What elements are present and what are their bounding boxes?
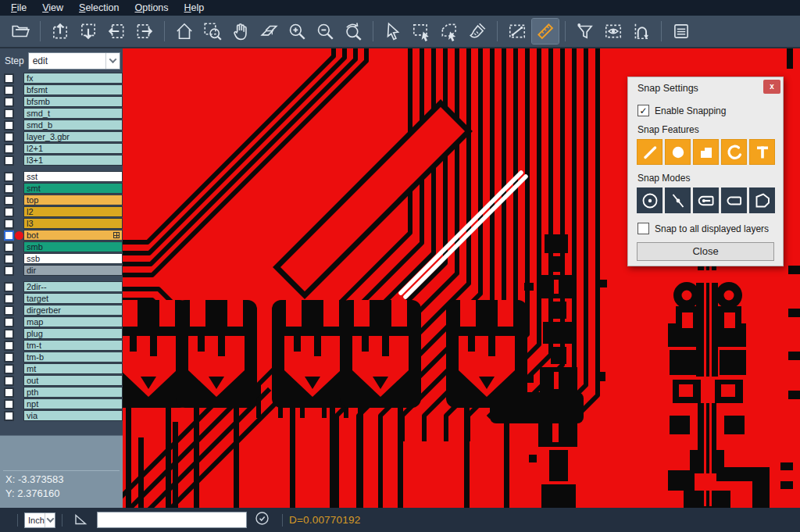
layer-row-bot[interactable]: bot — [0, 230, 123, 241]
layer-name[interactable]: map — [23, 316, 123, 327]
layer-name[interactable]: l3 — [23, 218, 123, 229]
layer-row-fx[interactable]: fx — [0, 73, 123, 84]
layer-row-dir[interactable]: dir — [0, 265, 123, 277]
page-right-icon[interactable] — [131, 19, 158, 44]
layer-checkbox[interactable] — [4, 155, 14, 166]
layer-name[interactable]: via — [23, 410, 123, 421]
layer-name[interactable]: tm-b — [23, 352, 123, 362]
layer-row-mt[interactable]: mt — [0, 363, 123, 375]
layer-row-out[interactable]: out — [0, 375, 123, 387]
layer-checkbox[interactable] — [4, 230, 14, 241]
layer-name[interactable]: plug — [23, 328, 123, 339]
layer-name[interactable]: bot — [23, 230, 123, 241]
layer-checkbox[interactable] — [4, 305, 14, 316]
layer-name[interactable]: l3+1 — [23, 155, 123, 166]
layer-name[interactable]: smb — [23, 241, 123, 252]
menu-item-file[interactable]: File — [3, 0, 34, 16]
layer-name[interactable]: ssb — [23, 253, 123, 264]
layer-row-plug[interactable]: plug — [0, 328, 123, 340]
layer-row-smd_b[interactable]: smd_b — [0, 120, 123, 131]
layer-checkbox[interactable] — [4, 144, 14, 154]
layer-row-dirgerber[interactable]: dirgerber — [0, 305, 123, 316]
layer-name[interactable]: layer_3.gbr — [23, 131, 123, 142]
layer-checkbox[interactable] — [4, 266, 14, 276]
mode-pad-outline-button[interactable] — [721, 187, 747, 213]
layer-checkbox[interactable] — [4, 195, 14, 205]
refresh-check-icon[interactable] — [255, 511, 270, 529]
layer-row-bfsmt[interactable]: bfsmt — [0, 84, 123, 96]
layer-name[interactable]: npt — [23, 398, 123, 409]
dialog-title-bar[interactable]: Snap Settings x — [628, 77, 783, 96]
layer-row-ssb[interactable]: ssb — [0, 253, 123, 265]
zoom-previous-icon[interactable] — [340, 19, 366, 44]
select-poly-icon[interactable] — [436, 19, 462, 44]
layer-checkbox[interactable] — [4, 387, 14, 398]
select-cursor-icon[interactable] — [380, 19, 406, 44]
measure-line-icon[interactable] — [504, 19, 530, 44]
select-rect-icon[interactable] — [408, 19, 434, 44]
dialog-close-icon[interactable]: x — [763, 80, 780, 94]
all-layers-checkbox[interactable] — [638, 223, 649, 234]
layer-row-map[interactable]: map — [0, 316, 123, 328]
snap-surface-button[interactable] — [693, 139, 719, 165]
layer-name[interactable]: l2 — [23, 206, 123, 217]
home-icon[interactable] — [171, 19, 198, 44]
zoom-in-icon[interactable] — [284, 19, 310, 44]
layer-checkbox[interactable] — [4, 341, 14, 351]
layer-row-npt[interactable]: npt — [0, 398, 123, 410]
unit-select[interactable]: Inch — [24, 512, 55, 528]
layer-row-tm-t[interactable]: tm-t — [0, 340, 123, 352]
mode-midpoint-button[interactable] — [665, 187, 691, 213]
layer-checkbox[interactable] — [4, 294, 14, 304]
layer-checkbox[interactable] — [4, 85, 14, 95]
layer-checkbox[interactable] — [4, 219, 14, 229]
layer-checkbox[interactable] — [4, 109, 14, 119]
layer-checkbox[interactable] — [4, 172, 14, 182]
clean-brush-icon[interactable] — [464, 19, 491, 44]
zoom-out-icon[interactable] — [312, 19, 338, 44]
close-button[interactable]: Close — [637, 242, 774, 261]
layer-name[interactable]: bfsmb — [23, 96, 123, 107]
layer-name[interactable]: fx — [23, 73, 123, 84]
layer-checkbox[interactable] — [4, 132, 14, 142]
layer-name[interactable]: dirgerber — [23, 305, 123, 316]
mode-pad-slot-button[interactable] — [693, 187, 719, 213]
layer-row-via[interactable]: via — [0, 410, 123, 422]
layer-checkbox[interactable] — [4, 399, 14, 409]
mode-center-button[interactable] — [637, 187, 662, 213]
layer-row-tm-b[interactable]: tm-b — [0, 352, 123, 363]
layer-name[interactable]: sst — [23, 171, 123, 182]
snap-arc-button[interactable] — [721, 139, 747, 165]
layer-row-smd_t[interactable]: smd_t — [0, 108, 123, 120]
layer-checkbox[interactable] — [4, 254, 14, 264]
layer-checkbox[interactable] — [4, 376, 14, 386]
layer-name[interactable]: smd_b — [23, 120, 123, 130]
enable-snapping-checkbox[interactable]: ✓ — [638, 105, 649, 116]
layer-name[interactable]: dir — [23, 265, 123, 276]
menu-item-options[interactable]: Options — [127, 0, 176, 16]
layer-name[interactable]: tm-t — [23, 340, 123, 351]
layer-checkbox[interactable] — [4, 207, 14, 217]
pan-page-icon[interactable] — [255, 19, 282, 44]
pan-hand-icon[interactable] — [227, 19, 254, 44]
layer-checkbox[interactable] — [4, 242, 14, 252]
layer-row-top[interactable]: top — [0, 195, 123, 206]
mode-polygon-button[interactable] — [749, 187, 775, 213]
command-input[interactable] — [97, 512, 247, 528]
layer-checkbox[interactable] — [4, 411, 14, 421]
layer-row-sst[interactable]: sst — [0, 171, 123, 183]
show-in-frame-icon[interactable] — [600, 19, 627, 44]
layer-checkbox[interactable] — [4, 97, 14, 107]
net-trace-icon[interactable] — [628, 19, 655, 44]
menu-item-view[interactable]: View — [34, 0, 71, 16]
layer-row-layer_3.gbr[interactable]: layer_3.gbr — [0, 131, 123, 143]
layer-row-smb[interactable]: smb — [0, 241, 123, 253]
snap-text-button[interactable] — [749, 139, 775, 165]
page-left-icon[interactable] — [103, 19, 130, 44]
layer-name[interactable]: smd_t — [23, 108, 123, 119]
layer-row-smt[interactable]: smt — [0, 183, 123, 195]
menu-item-help[interactable]: Help — [177, 0, 212, 16]
layer-name[interactable]: l2+1 — [23, 143, 123, 154]
layer-row-l2+1[interactable]: l2+1 — [0, 143, 123, 155]
layer-checkbox[interactable] — [4, 282, 14, 292]
